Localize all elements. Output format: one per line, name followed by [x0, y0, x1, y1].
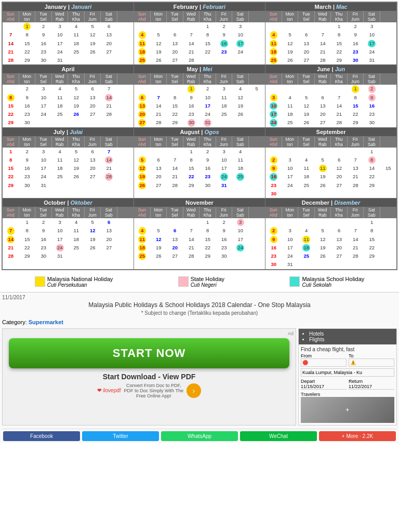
travelers-row: Travelers — [301, 391, 394, 397]
category-value[interactable]: Supermarket — [29, 319, 63, 325]
depart-field: Depart 11/15/2017 — [301, 378, 347, 390]
day-cell: 2 — [35, 22, 52, 31]
day-cell — [3, 22, 19, 31]
from-field: From 🔴 — [301, 353, 347, 367]
day-cell — [117, 56, 134, 64]
col-sun: SunAhd — [3, 11, 19, 22]
day-cell: 13 — [101, 31, 117, 39]
day-cell: 4 — [68, 22, 85, 31]
day-headers-january: SunAhd MonIsn TueSel WedRab ThuKha FriJu… — [3, 11, 134, 22]
warning-icon: ⚠️ — [350, 360, 356, 365]
start-now-button[interactable]: START NOW — [9, 338, 289, 368]
day-cell: 20 — [101, 39, 117, 48]
depart-value[interactable]: 11/15/2017 — [301, 384, 347, 390]
to-input-box: ⚠️ — [349, 358, 394, 367]
legend-color-yellow — [35, 276, 45, 287]
day-cell: 3 — [52, 22, 69, 31]
month-october: October | Oktober SunAhd MonIsn TueSel W… — [3, 198, 134, 269]
day-cell: 11 — [68, 31, 85, 39]
twitter-button[interactable]: Twitter — [82, 431, 159, 441]
day-cell: 31 — [52, 56, 69, 64]
legend-national-label: Malaysia National Holiday — [47, 276, 113, 282]
ad-row: Ad START NOW Start Download - View PDF ❤… — [2, 328, 397, 425]
month-header-may: May | Mei — [134, 65, 265, 73]
day-cell: 8 — [19, 31, 36, 39]
month-january: January | Januari SunAhd MonIsn TueSel W… — [3, 3, 134, 64]
day-cell — [117, 31, 134, 39]
from-input-box: 🔴 — [301, 358, 347, 367]
day-headers-march: SunAhd MonIsn TueSel WedRab ThuKha FriJu… — [265, 11, 396, 22]
month-september: September SunAhd MonIsn TueSel WedRab Th… — [265, 128, 396, 198]
day-cell — [101, 56, 117, 64]
legend-section: Malaysia National Holiday Cuti Persekutu… — [0, 272, 399, 292]
day-cell: 19 — [85, 39, 101, 48]
month-header-march: March | Mac — [265, 3, 396, 11]
day-cell: 26 — [85, 48, 101, 56]
download-title: Start Download - View PDF — [5, 373, 294, 381]
day-cell: 10 — [52, 31, 69, 39]
day-cell: 6 — [101, 22, 117, 31]
flight-option-flights: Flights — [309, 337, 393, 342]
return-value[interactable]: 11/22/2017 — [349, 384, 394, 390]
arrow-button[interactable]: › — [187, 383, 201, 398]
legend-school-holiday: Malaysia School Holiday Cuti Sekolah — [289, 276, 364, 288]
flight-search-form: Find a cheap flight, fast From 🔴 To ⚠️ — [299, 344, 396, 425]
more-button[interactable]: + More · 2.2K — [319, 431, 396, 441]
category-label: Category: — [2, 319, 27, 325]
day-cell: 15 — [19, 39, 36, 48]
whatsapp-button[interactable]: WhatsApp — [161, 431, 238, 441]
day-cell: 1 — [19, 22, 36, 31]
months-row-1: January | Januari SunAhd MonIsn TueSel W… — [3, 3, 396, 65]
col-mon: MonIsn — [19, 11, 36, 22]
bottom-section: 11/1/2017 Malaysia Public Holidays & Sch… — [0, 292, 399, 443]
ilovepdf-icon: ❤ — [97, 388, 101, 393]
depart-label: Depart — [301, 379, 315, 384]
day-cell: 18 — [68, 39, 85, 48]
day-cell: 16 — [35, 39, 52, 48]
from-value-display[interactable]: Kuala Lumpur, Malaysia - Ku — [301, 368, 394, 377]
day-cell: 25 — [68, 48, 85, 56]
legend-national-malay: Cuti Persekutuan — [47, 282, 113, 288]
day-cell — [117, 22, 134, 31]
day-cell: 14 — [3, 39, 19, 48]
flight-header: Hotels Flights — [299, 329, 396, 344]
day-cell — [117, 48, 134, 56]
month-header-february: February | Februari — [134, 3, 265, 11]
month-december: December | Disember SunAhd MonIsn TueSel… — [265, 198, 396, 269]
month-july: July | Julai SunAhd MonIsn TueSel WedRab… — [3, 128, 134, 198]
ad-left-container: Ad START NOW Start Download - View PDF ❤… — [2, 328, 296, 425]
category-line: Category: Supermarket — [2, 319, 397, 325]
col-thu: ThuKha — [68, 11, 85, 22]
month-april: April SunAhd MonIsn TueSel WedRab ThuKha… — [3, 65, 134, 127]
social-bar: Facebook Twitter WhatsApp WeChat + More … — [2, 429, 397, 441]
flight-widget: Hotels Flights Find a cheap flight, fast… — [298, 328, 397, 425]
legend-color-pink — [178, 276, 189, 287]
ilovepdf-text: ilovepdf — [103, 388, 121, 393]
legend-school-malay: Cuti Sekolah — [302, 282, 364, 288]
error-icon: 🔴 — [302, 360, 308, 365]
facebook-button[interactable]: Facebook — [3, 431, 80, 441]
legend-state-malay: Cuti Negeri — [191, 282, 224, 288]
month-june: June | Jun SunAhd MonIsn TueSel WedRab T… — [265, 65, 396, 127]
january-grid: 1 2 3 4 5 6 7 8 9 10 11 12 13 14 15 16 — [3, 22, 134, 64]
calendar-section: January | Januari SunAhd MonIsn TueSel W… — [2, 2, 397, 270]
month-header-january: January | Januari — [3, 3, 134, 11]
month-november: November SunAhd MonIsn TueSel WedRab Thu… — [134, 198, 265, 269]
month-march: March | Mac SunAhd MonIsn TueSel WedRab … — [265, 3, 396, 64]
return-label: Return — [349, 379, 363, 384]
col-wed: WedRab — [52, 11, 69, 22]
day-cell: 30 — [35, 56, 52, 64]
march-grid: 1 2 3 4 5 6 7 8 9 10 11 12 13 14 15 16 1… — [265, 22, 396, 64]
day-cell: 9 — [35, 31, 52, 39]
col-fri: FriJum — [85, 11, 101, 22]
travelers-label: Travelers — [301, 392, 320, 397]
legend-national-holiday: Malaysia National Holiday Cuti Persekutu… — [35, 276, 113, 288]
col-extra — [117, 11, 134, 22]
legend-state-label: State Holiday — [191, 276, 224, 282]
month-august: August | Ogos SunAhd MonIsn TueSel WedRa… — [134, 128, 265, 198]
day-cell: 23 — [35, 48, 52, 56]
day-cell: 5 — [85, 22, 101, 31]
months-row-4: October | Oktober SunAhd MonIsn TueSel W… — [3, 198, 396, 269]
wechat-button[interactable]: WeChat — [240, 431, 317, 441]
month-february: February | Februari SunAhd MonIsn TueSel… — [134, 3, 265, 64]
